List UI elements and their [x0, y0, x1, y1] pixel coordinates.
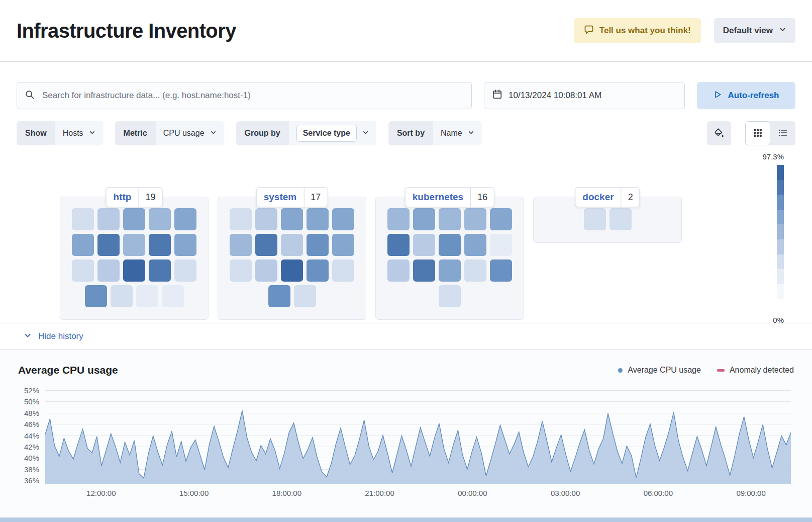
host-node[interactable]: [255, 234, 277, 256]
host-node[interactable]: [97, 208, 120, 230]
waffle-group-docker: docker2: [533, 197, 682, 243]
legend-item[interactable]: Anomaly detected: [717, 366, 794, 375]
group-count: 16: [470, 188, 494, 207]
search-input-wrapper: [17, 82, 472, 109]
host-node[interactable]: [490, 234, 512, 256]
host-node[interactable]: [72, 234, 94, 256]
host-node[interactable]: [123, 234, 145, 256]
host-node[interactable]: [307, 259, 329, 282]
series-dot-marker: [618, 368, 623, 373]
host-node[interactable]: [162, 285, 184, 307]
legend-min-value: 0%: [773, 316, 784, 324]
group-name-link[interactable]: docker: [575, 188, 621, 207]
host-node[interactable]: [439, 285, 461, 307]
next-panel-edge: [0, 517, 812, 522]
host-node[interactable]: [255, 208, 277, 230]
group-name-link[interactable]: http: [107, 188, 139, 207]
host-node[interactable]: [490, 259, 512, 282]
table-view-button[interactable]: [770, 121, 795, 145]
host-node[interactable]: [332, 259, 354, 282]
host-node[interactable]: [490, 208, 512, 230]
host-node[interactable]: [111, 285, 133, 307]
host-node[interactable]: [464, 234, 486, 256]
view-selector-button[interactable]: Default view: [714, 18, 795, 43]
waffle-group-http: http19: [60, 197, 209, 320]
host-node[interactable]: [72, 208, 94, 230]
table-view-icon: [778, 128, 787, 139]
feedback-button[interactable]: Tell us what you think!: [574, 18, 701, 43]
host-node[interactable]: [230, 234, 252, 256]
host-node[interactable]: [439, 234, 461, 256]
group-name-link[interactable]: kubernetes: [405, 188, 470, 207]
host-node[interactable]: [174, 259, 196, 282]
x-axis-label: 18:00:00: [272, 489, 301, 497]
host-node[interactable]: [584, 208, 606, 230]
host-node[interactable]: [281, 259, 303, 282]
host-node[interactable]: [464, 259, 486, 282]
host-node[interactable]: [332, 208, 354, 230]
host-node[interactable]: [123, 259, 145, 282]
host-node[interactable]: [387, 208, 410, 230]
sort-by-select[interactable]: Name: [433, 121, 482, 145]
host-node[interactable]: [149, 234, 171, 256]
y-axis-label: 50%: [24, 397, 39, 406]
search-input[interactable]: [41, 90, 463, 101]
waffle-group-kubernetes: kubernetes16: [375, 197, 524, 320]
waffle-map: http19system17kubernetes16docker2: [0, 197, 812, 320]
date-picker-button[interactable]: 10/13/2024 10:08:01 AM: [484, 82, 685, 109]
host-node[interactable]: [85, 285, 107, 307]
host-node[interactable]: [174, 234, 196, 256]
host-node[interactable]: [439, 259, 461, 282]
host-node[interactable]: [281, 234, 303, 256]
host-node[interactable]: [413, 234, 435, 256]
host-node[interactable]: [307, 208, 329, 230]
history-toggle[interactable]: Hide history: [0, 323, 812, 350]
x-axis-label: 00:00:00: [458, 489, 487, 497]
host-node[interactable]: [464, 208, 486, 230]
host-node[interactable]: [439, 208, 461, 230]
group-chip: kubernetes16: [405, 187, 494, 207]
legend-item-label: Average CPU usage: [628, 366, 701, 375]
legend-item[interactable]: Average CPU usage: [618, 366, 701, 375]
auto-refresh-button[interactable]: Auto-refresh: [697, 82, 795, 109]
host-node[interactable]: [136, 285, 158, 307]
history-toggle-label: Hide history: [38, 331, 83, 341]
y-axis-label: 38%: [24, 465, 39, 473]
view-controls: [707, 121, 795, 145]
host-node[interactable]: [413, 259, 435, 282]
legend-options-button[interactable]: [707, 121, 731, 145]
host-node[interactable]: [72, 259, 94, 282]
metric-select[interactable]: CPU usage: [156, 121, 224, 145]
group-by-select[interactable]: Service type: [289, 121, 376, 145]
grid-view-button[interactable]: [745, 121, 770, 145]
host-node[interactable]: [230, 259, 252, 282]
host-node[interactable]: [123, 208, 145, 230]
host-node[interactable]: [97, 259, 120, 282]
host-node[interactable]: [149, 208, 171, 230]
group-chip: http19: [106, 187, 163, 207]
show-label: Show: [17, 121, 55, 145]
host-node[interactable]: [149, 259, 171, 282]
host-node[interactable]: [332, 234, 354, 256]
host-node[interactable]: [307, 234, 329, 256]
host-node[interactable]: [230, 208, 252, 230]
show-select[interactable]: Hosts: [55, 121, 103, 145]
group-name-link[interactable]: system: [257, 188, 304, 207]
host-node[interactable]: [174, 208, 196, 230]
host-node[interactable]: [413, 208, 435, 230]
host-node[interactable]: [610, 208, 632, 230]
y-axis-label: 36%: [24, 476, 39, 485]
host-node[interactable]: [268, 285, 290, 307]
host-node[interactable]: [387, 259, 410, 282]
host-node[interactable]: [281, 208, 303, 230]
auto-refresh-label: Auto-refresh: [728, 91, 779, 101]
host-node[interactable]: [97, 234, 120, 256]
host-node[interactable]: [387, 234, 410, 256]
x-axis-label: 03:00:00: [551, 489, 580, 497]
host-node[interactable]: [255, 259, 277, 282]
page-title: Infrastructure Inventory: [17, 20, 236, 42]
metric-control: Metric CPU usage: [115, 121, 224, 145]
date-picker-value: 10/13/2024 10:08:01 AM: [509, 91, 601, 101]
cpu-usage-area-chart: [45, 385, 791, 484]
host-node[interactable]: [294, 285, 316, 307]
